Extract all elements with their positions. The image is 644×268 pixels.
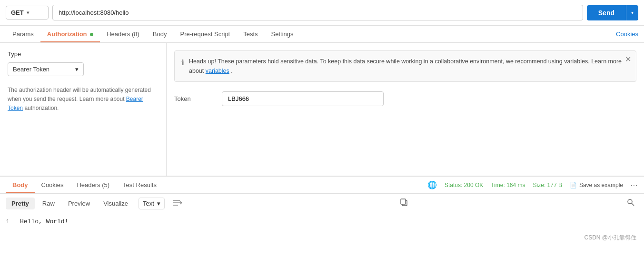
- line-number-1: 1: [6, 218, 13, 225]
- wrap-icon-button[interactable]: [169, 198, 186, 209]
- info-icon: ℹ: [181, 57, 184, 69]
- send-arrow-button[interactable]: ▾: [626, 5, 638, 20]
- search-icon-button[interactable]: [623, 197, 638, 210]
- method-select[interactable]: GET ▾: [6, 6, 49, 20]
- text-chevron-icon: ▾: [157, 200, 160, 207]
- svg-line-6: [632, 203, 634, 206]
- code-line-1: Hello, World!: [20, 218, 68, 225]
- tab-params[interactable]: Params: [6, 26, 40, 42]
- svg-point-5: [628, 199, 632, 204]
- top-bar: GET ▾ Send ▾: [0, 0, 644, 26]
- svg-rect-4: [401, 199, 406, 204]
- close-icon[interactable]: ✕: [625, 56, 631, 63]
- format-preview-button[interactable]: Preview: [62, 198, 96, 209]
- method-chevron-icon: ▾: [27, 10, 29, 15]
- watermark: CSDN @小孔靠得住: [0, 230, 644, 246]
- request-tabs-bar: Params Authorization Headers (8) Body Pr…: [0, 26, 644, 43]
- bearer-chevron-icon: ▾: [75, 66, 79, 73]
- info-banner: ℹ Heads up! These parameters hold sensit…: [174, 50, 636, 82]
- response-tab-headers[interactable]: Headers (5): [70, 177, 116, 193]
- response-tab-test-results[interactable]: Test Results: [116, 177, 163, 193]
- format-toolbar: Pretty Raw Preview Visualize Text ▾: [0, 194, 644, 213]
- url-input[interactable]: [52, 5, 583, 20]
- response-tab-cookies[interactable]: Cookies: [35, 177, 70, 193]
- response-area: Body Cookies Headers (5) Test Results 🌐 …: [0, 176, 644, 230]
- format-pretty-button[interactable]: Pretty: [6, 198, 35, 209]
- more-options-button[interactable]: ···: [631, 182, 638, 189]
- response-meta: 🌐 Status: 200 OK Time: 164 ms Size: 177 …: [427, 180, 638, 189]
- response-tabs-bar: Body Cookies Headers (5) Test Results 🌐 …: [0, 177, 644, 194]
- token-input[interactable]: [222, 91, 384, 106]
- info-banner-text: Heads up! These parameters hold sensitiv…: [189, 57, 629, 76]
- response-status: Status: 200 OK: [445, 182, 483, 189]
- send-button[interactable]: Send: [587, 5, 626, 20]
- response-time: Time: 164 ms: [491, 182, 525, 189]
- main-content: Type Bearer Token ▾ The authorization he…: [0, 43, 644, 176]
- tab-prerequest[interactable]: Pre-request Script: [173, 26, 237, 42]
- code-output-area: 1 Hello, World!: [0, 213, 644, 230]
- copy-icon-button[interactable]: [396, 197, 412, 210]
- tab-settings[interactable]: Settings: [265, 26, 300, 42]
- format-visualize-button[interactable]: Visualize: [98, 198, 134, 209]
- response-tab-body[interactable]: Body: [6, 177, 35, 193]
- tab-headers[interactable]: Headers (8): [100, 26, 146, 42]
- tab-body[interactable]: Body: [146, 26, 174, 42]
- auth-right-panel: ℹ Heads up! These parameters hold sensit…: [167, 43, 644, 176]
- tab-authorization[interactable]: Authorization: [40, 26, 100, 42]
- bearer-token-label: Bearer Token: [13, 66, 50, 73]
- auth-left-panel: Type Bearer Token ▾ The authorization he…: [0, 43, 167, 176]
- text-format-select[interactable]: Text ▾: [139, 198, 165, 209]
- save-icon: 📄: [570, 182, 577, 189]
- token-row: Token: [174, 91, 636, 106]
- bearer-token-select[interactable]: Bearer Token ▾: [8, 62, 84, 76]
- tab-tests[interactable]: Tests: [237, 26, 264, 42]
- variables-link[interactable]: variables: [206, 68, 229, 74]
- tab-dot: [90, 33, 93, 36]
- auth-description: The authorization header will be automat…: [8, 86, 159, 113]
- save-example-button[interactable]: 📄 Save as example: [570, 182, 623, 189]
- method-label: GET: [11, 9, 24, 16]
- format-raw-button[interactable]: Raw: [37, 198, 60, 209]
- token-label: Token: [174, 95, 212, 102]
- type-label: Type: [8, 50, 159, 58]
- send-button-wrapper: Send ▾: [587, 5, 638, 20]
- response-size: Size: 177 B: [533, 182, 562, 189]
- globe-icon: 🌐: [427, 180, 437, 189]
- cookies-link[interactable]: Cookies: [616, 30, 638, 38]
